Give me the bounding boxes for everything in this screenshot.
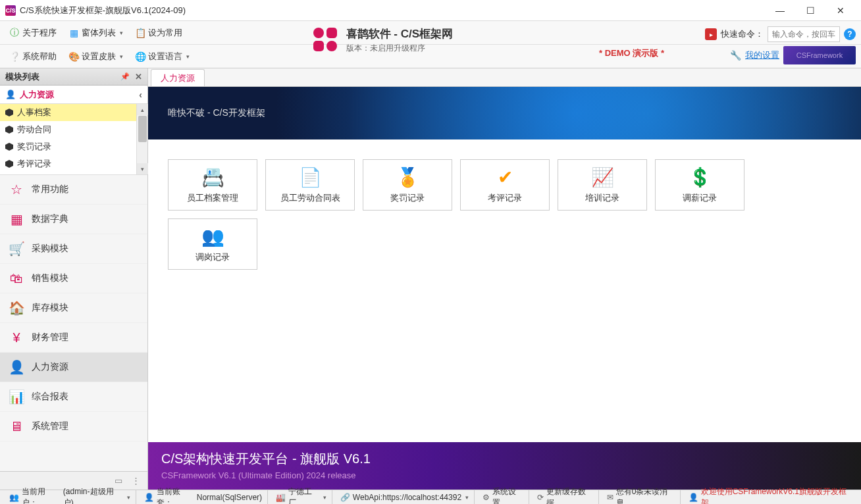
module-icon: ▦ <box>8 211 25 228</box>
brand-subtitle: 版本：未启用升级程序 <box>346 43 453 54</box>
status-acct-value: Normal(SqlServer) <box>197 493 262 502</box>
status-user-label: 当前用户： <box>22 486 61 505</box>
maximize-button[interactable]: ☐ <box>795 1 825 20</box>
scroll-up-icon[interactable]: ▴ <box>137 104 148 115</box>
demo-badge: * DEMO 演示版 * <box>599 47 664 59</box>
globe-icon: 🌐 <box>135 51 145 62</box>
status-account[interactable]: 👤 当前账套： Normal(SqlServer) <box>139 490 268 504</box>
card[interactable]: 💲调薪记录 <box>655 159 744 211</box>
sidebar-item-label: 考评记录 <box>17 158 51 170</box>
layers-icon[interactable]: ▭ <box>115 476 125 486</box>
module-label: 综合报表 <box>32 391 68 403</box>
skin-button[interactable]: 🎨 设置皮肤 ▾ <box>65 48 127 65</box>
scroll-down-icon[interactable]: ▾ <box>137 163 148 174</box>
module-item[interactable]: 🛒采购模块 <box>0 234 147 264</box>
module-item[interactable]: 🛍销售模块 <box>0 264 147 293</box>
brand-sub-value: 未启用升级程序 <box>370 43 425 53</box>
module-item[interactable]: 🖥系统管理 <box>0 412 147 441</box>
cards-grid: 📇员工档案管理📄员工劳动合同表🏅奖罚记录✔考评记录📈培训记录💲调薪记录👥调岗记录 <box>148 139 861 290</box>
module-label: 采购模块 <box>32 243 68 255</box>
card-label: 员工劳动合同表 <box>280 192 340 204</box>
sidebar-item[interactable]: 奖罚记录 <box>0 138 147 155</box>
module-icon: 👤 <box>8 359 25 376</box>
tab-hr[interactable]: 人力资源 <box>151 69 205 86</box>
sidebar-header: 模块列表 📌 ✕ <box>0 68 147 86</box>
lang-button[interactable]: 🌐 设置语言 ▾ <box>131 48 194 65</box>
status-user[interactable]: 👥 当前用户： (admin-超级用户) ▾ <box>4 490 136 504</box>
status-webapi[interactable]: 🔗 WebApi:https://localhost:44392 ▾ <box>335 490 475 504</box>
card[interactable]: 📄员工劳动合同表 <box>265 159 355 211</box>
card[interactable]: 🏅奖罚记录 <box>363 159 452 211</box>
minimize-button[interactable]: — <box>765 1 795 20</box>
gear-icon: ⚙ <box>483 493 490 502</box>
windows-list-button[interactable]: ▦ 窗体列表 ▾ <box>65 24 127 41</box>
factory-icon: 🏭 <box>276 493 286 502</box>
quick-command-label: 快速命令： <box>721 28 764 40</box>
windows-icon: ▦ <box>68 28 79 38</box>
scroll-thumb[interactable] <box>138 116 147 142</box>
status-messages[interactable]: ✉ 您有0条未读消息 <box>602 490 681 504</box>
toolbar: ⓘ 关于程序 ▦ 窗体列表 ▾ 📋 设为常用 ❔ 系统帮助 🎨 设置皮肤 ▾ 🌐… <box>0 21 861 68</box>
brand-logo <box>312 26 338 55</box>
card[interactable]: ✔考评记录 <box>460 159 550 211</box>
brand-sub-prefix: 版本： <box>346 43 370 53</box>
pin-icon[interactable]: 📌 <box>120 72 130 81</box>
status-factory[interactable]: 🏭 宁德工厂 ▾ <box>271 490 332 504</box>
person-icon: 👤 <box>689 493 698 502</box>
status-refresh[interactable]: ⟳ 更新缓存数据 <box>532 490 599 504</box>
right-tools: ▸ 快速命令： ? 🔧 我的设置 CSFramework <box>691 24 856 66</box>
sidebar-item[interactable]: 劳动合同 <box>0 121 147 138</box>
hero-banner: 唯快不破 - C/S开发框架 <box>148 87 861 139</box>
chevron-down-icon: ▾ <box>120 30 123 36</box>
module-label: 人力资源 <box>32 361 68 373</box>
status-msg-label: 您有0条未读消息 <box>616 486 675 505</box>
card-label: 员工档案管理 <box>187 192 238 204</box>
svg-rect-2 <box>313 41 324 51</box>
module-item[interactable]: 🏠库存模块 <box>0 293 147 323</box>
module-label: 财务管理 <box>32 332 68 343</box>
status-settings[interactable]: ⚙ 系统设置 <box>477 490 529 504</box>
status-welcome: 👤 欢迎使用CSFrameworkV6.1旗舰版开发框架 <box>683 490 857 504</box>
status-settings-label: 系统设置 <box>492 486 523 505</box>
quick-command-input[interactable] <box>768 26 840 42</box>
status-welcome-label: 欢迎使用CSFrameworkV6.1旗舰版开发框架 <box>701 486 852 505</box>
about-label: 关于程序 <box>22 27 57 39</box>
brand-title: 喜鹊软件 - C/S框架网 <box>346 26 453 41</box>
card[interactable]: 📇员工档案管理 <box>168 159 257 211</box>
module-icon: 🛒 <box>8 240 25 257</box>
link-icon: 🔗 <box>340 493 350 502</box>
close-icon[interactable]: ✕ <box>135 72 142 82</box>
card-icon: 🏅 <box>396 166 419 188</box>
module-item[interactable]: ¥财务管理 <box>0 323 147 353</box>
sidebar-item[interactable]: 考评记录 <box>0 155 147 172</box>
module-item[interactable]: ▦数据字典 <box>0 205 147 234</box>
svg-rect-3 <box>326 41 337 51</box>
wrench-icon: 🔧 <box>730 50 741 61</box>
mail-icon: ✉ <box>607 493 613 502</box>
card[interactable]: 👥调岗记录 <box>168 218 257 270</box>
card-icon: ✔ <box>494 166 516 188</box>
about-button[interactable]: ⓘ 关于程序 <box>5 24 61 41</box>
window-title: C/S系统快速开发框架-旗舰版V6.1(2024-09) <box>20 5 765 16</box>
module-label: 销售模块 <box>32 272 68 284</box>
sidebar-group-head[interactable]: 👤 人力资源 ‹ <box>0 86 147 104</box>
card[interactable]: 📈培训记录 <box>558 159 647 211</box>
clipboard-icon: 📋 <box>135 28 145 38</box>
my-settings-link[interactable]: 我的设置 <box>745 49 779 61</box>
content: 人力资源 唯快不破 - C/S开发框架 📇员工档案管理📄员工劳动合同表🏅奖罚记录… <box>148 68 861 490</box>
dots-icon[interactable]: ⋮ <box>132 476 142 486</box>
cube-icon <box>5 109 13 116</box>
help-button[interactable]: ❔ 系统帮助 <box>5 48 61 65</box>
sidebar-item[interactable]: 人事档案 <box>0 104 147 121</box>
close-button[interactable]: ✕ <box>825 1 856 20</box>
module-item[interactable]: ☆常用功能 <box>0 175 147 205</box>
sidebar-group-label: 人力资源 <box>20 89 54 101</box>
module-item[interactable]: 👤人力资源 <box>0 353 147 382</box>
windows-label: 窗体列表 <box>82 27 116 39</box>
cs-framework-banner[interactable]: CSFramework <box>783 46 856 64</box>
help-circle-icon[interactable]: ? <box>844 28 856 40</box>
scrollbar[interactable]: ▴ ▾ <box>136 104 147 174</box>
set-default-button[interactable]: 📋 设为常用 <box>131 24 186 41</box>
lang-label: 设置语言 <box>148 51 182 63</box>
module-item[interactable]: 📊综合报表 <box>0 382 147 412</box>
